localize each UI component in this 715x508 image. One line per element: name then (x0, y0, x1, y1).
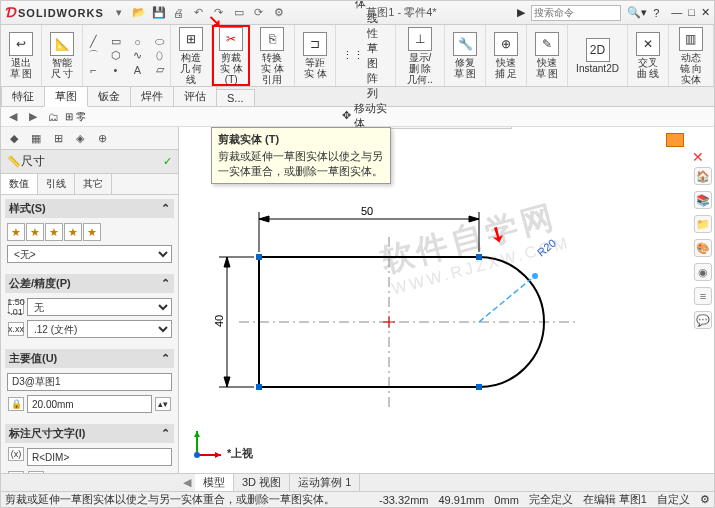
qat-print-icon[interactable]: 🖨 (172, 6, 186, 20)
status-gear-icon[interactable]: ⚙ (700, 493, 710, 506)
line-tool-icon[interactable]: ╱ (84, 35, 104, 49)
dim-value-input[interactable] (27, 395, 152, 413)
pm-tab-value[interactable]: 数值 (1, 174, 38, 194)
tp-file-explorer-icon[interactable]: 📁 (694, 215, 712, 233)
qat-options-icon[interactable]: ⚙ (272, 6, 286, 20)
txt-center-icon[interactable]: (x) (8, 471, 24, 473)
tp-forum-icon[interactable]: 💬 (694, 311, 712, 329)
search-input[interactable] (531, 5, 621, 21)
slot-tool-icon[interactable]: ⬭ (150, 35, 170, 49)
trim-entities-button[interactable]: ✂剪裁实 体(T) (215, 25, 247, 87)
linear-pattern-button[interactable]: ⋮⋮线性草图阵列 (342, 11, 388, 101)
tab-evaluate[interactable]: 评估 (173, 86, 217, 106)
pm-tab-config-icon[interactable]: ⊞ (49, 129, 67, 147)
repair-sketch-button[interactable]: 🔧修复草 图 (449, 30, 481, 81)
collapse-icon[interactable]: ⌃ (161, 202, 170, 215)
offset-entities-button[interactable]: ⊐等距实 体 (299, 30, 331, 81)
pm-tab-feature-icon[interactable]: ◆ (5, 129, 23, 147)
collapse-icon[interactable]: ⌃ (161, 352, 170, 365)
graphics-area[interactable]: 🔍⊡◧⬚◐☀📷👁 剪裁实体 (T) 剪裁或延伸一草图实体以使之与另一实体重合，或… (179, 127, 714, 473)
move-entities-button[interactable]: ✥移动实体 (342, 101, 388, 131)
tab-sketch[interactable]: 草图 (44, 86, 88, 107)
smart-dimension-button[interactable]: 📐智能尺 寸 (46, 30, 78, 81)
view-triad[interactable] (187, 425, 227, 465)
tp-design-lib-icon[interactable]: 📚 (694, 191, 712, 209)
display-delete-button[interactable]: ⊥显示/删 除几何.. (400, 25, 440, 87)
dim-lock-icon[interactable]: 🔒 (8, 397, 24, 411)
tp-custom-props-icon[interactable]: ≡ (694, 287, 712, 305)
vtab-3dview[interactable]: 3D 视图 (234, 474, 290, 491)
style-fav3-icon[interactable]: ★ (45, 223, 63, 241)
instant2d-button[interactable]: 2DInstant2D (572, 36, 623, 76)
cross-curve-button[interactable]: ✕交叉曲 线 (632, 30, 664, 81)
exit-sketch-button[interactable]: ↩退出草 图 (5, 30, 37, 81)
point-tool-icon[interactable]: • (106, 63, 126, 77)
ribbon: ↩退出草 图 📐智能尺 寸 ╱▭○⬭ ⌒⬡∿⬯ ⌐•A▱ ⊞构造几 何线 ↘ ✂… (1, 25, 714, 87)
tab-weldment[interactable]: 焊件 (130, 86, 174, 106)
style-fav1-icon[interactable]: ★ (7, 223, 25, 241)
txt-below-icon[interactable]: ↓ (28, 471, 44, 473)
fillet-tool-icon[interactable]: ⌐ (84, 63, 104, 77)
spinner-icon[interactable]: ▴▾ (155, 397, 171, 411)
close-icon[interactable]: ✕ (701, 6, 710, 19)
tol-type-select[interactable]: 无 (27, 298, 172, 316)
style-fav5-icon[interactable]: ★ (83, 223, 101, 241)
convert-entities-button[interactable]: ⎘转换实 体引用 (254, 25, 290, 87)
rapid-sketch-button[interactable]: ✎快速草 图 (531, 30, 563, 81)
tab-more[interactable]: S... (216, 89, 255, 106)
qat-new-icon[interactable]: ▾ (112, 6, 126, 20)
rect-tool-icon[interactable]: ▭ (106, 35, 126, 49)
style-heading: 样式(S) (9, 201, 46, 216)
dynamic-mirror-button[interactable]: ▥动态镜 向实体 (673, 25, 709, 87)
nav-fwd-icon[interactable]: ▶ (25, 109, 41, 125)
pm-tab-other[interactable]: 其它 (75, 174, 112, 194)
status-def: 完全定义 (529, 492, 573, 507)
pm-tab-display-icon[interactable]: ⊕ (93, 129, 111, 147)
tp-view-palette-icon[interactable]: 🎨 (694, 239, 712, 257)
style-fav2-icon[interactable]: ★ (26, 223, 44, 241)
construction-geom-button[interactable]: ⊞构造几 何线 (175, 25, 207, 87)
txt-prefix-icon[interactable]: (x) (8, 447, 24, 461)
collapse-icon[interactable]: ⌃ (161, 427, 170, 440)
pm-tab-leader[interactable]: 引线 (38, 174, 75, 194)
collapse-icon[interactable]: ⌃ (161, 277, 170, 290)
pm-pin-icon[interactable]: ✓ (163, 155, 172, 168)
vtab-prev-icon[interactable]: ◀ (179, 476, 195, 489)
qat-rebuild-icon[interactable]: ⟳ (252, 6, 266, 20)
logo-text: SOLIDWORKS (18, 7, 104, 19)
circle-tool-icon[interactable]: ○ (128, 35, 148, 49)
vtab-motion[interactable]: 运动算例 1 (290, 474, 360, 491)
poly-tool-icon[interactable]: ⬡ (106, 49, 126, 63)
tol-precision-select[interactable]: .12 (文件) (27, 320, 172, 338)
breadcrumb-part[interactable]: ⊞ 零 (65, 110, 86, 124)
tab-sheetmetal[interactable]: 钣金 (87, 86, 131, 106)
plane-tool-icon[interactable]: ▱ (150, 63, 170, 77)
tab-features[interactable]: 特征 (1, 86, 45, 106)
qat-undo-icon[interactable]: ↶ (192, 6, 206, 20)
qat-select-icon[interactable]: ▭ (232, 6, 246, 20)
maximize-icon[interactable]: □ (688, 6, 695, 19)
qat-save-icon[interactable]: 💾 (152, 6, 166, 20)
dimtext-input[interactable] (27, 448, 172, 466)
nav-back-icon[interactable]: ◀ (5, 109, 21, 125)
style-fav4-icon[interactable]: ★ (64, 223, 82, 241)
search-mag-icon[interactable]: 🔍▾ (627, 6, 647, 19)
pm-tab-property-icon[interactable]: ▦ (27, 129, 45, 147)
quick-snap-button[interactable]: ⊕快速捕 足 (490, 30, 522, 81)
tp-resources-icon[interactable]: 🏠 (694, 167, 712, 185)
vtab-model[interactable]: 模型 (195, 474, 234, 491)
text-tool-icon[interactable]: A (128, 63, 148, 77)
spline-tool-icon[interactable]: ∿ (128, 49, 148, 63)
pm-tab-dim-icon[interactable]: ◈ (71, 129, 89, 147)
search-toggle-icon[interactable]: ▶ (517, 6, 525, 19)
help-icon[interactable]: ? (653, 7, 659, 19)
qat-open-icon[interactable]: 📂 (132, 6, 146, 20)
minimize-icon[interactable]: — (671, 6, 682, 19)
dim-name-input[interactable] (7, 373, 172, 391)
ellipse-tool-icon[interactable]: ⬯ (150, 49, 170, 63)
tree-expand-icon[interactable]: 🗂 (45, 109, 61, 125)
style-select[interactable]: <无> (7, 245, 172, 263)
mirror-entities-button[interactable]: ▥镜像实体 (342, 0, 388, 11)
tp-appearances-icon[interactable]: ◉ (694, 263, 712, 281)
arc-tool-icon[interactable]: ⌒ (84, 49, 104, 63)
